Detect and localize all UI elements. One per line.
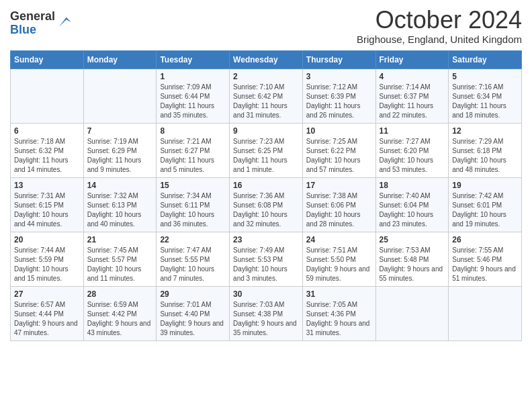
day-info: Sunrise: 7:16 AM Sunset: 6:34 PM Dayligh…	[452, 83, 518, 120]
day-info: Sunrise: 7:49 AM Sunset: 5:53 PM Dayligh…	[233, 246, 299, 283]
calendar-cell: 25Sunrise: 7:53 AM Sunset: 5:48 PM Dayli…	[375, 232, 449, 286]
calendar-week-row: 1Sunrise: 7:09 AM Sunset: 6:44 PM Daylig…	[11, 68, 522, 123]
day-number: 16	[233, 181, 299, 190]
day-info: Sunrise: 7:27 AM Sunset: 6:20 PM Dayligh…	[380, 137, 445, 175]
weekday-header: Friday	[375, 50, 449, 68]
calendar-cell: 20Sunrise: 7:44 AM Sunset: 5:59 PM Dayli…	[11, 232, 84, 286]
calendar-week-row: 6Sunrise: 7:18 AM Sunset: 6:32 PM Daylig…	[11, 123, 522, 177]
calendar-cell: 10Sunrise: 7:25 AM Sunset: 6:22 PM Dayli…	[302, 123, 375, 177]
day-info: Sunrise: 7:25 AM Sunset: 6:22 PM Dayligh…	[306, 137, 372, 175]
calendar-cell: 15Sunrise: 7:34 AM Sunset: 6:11 PM Dayli…	[157, 177, 230, 232]
day-info: Sunrise: 7:31 AM Sunset: 6:15 PM Dayligh…	[14, 191, 80, 229]
calendar-cell: 9Sunrise: 7:23 AM Sunset: 6:25 PM Daylig…	[230, 123, 303, 177]
day-number: 26	[452, 235, 518, 244]
calendar-cell: 19Sunrise: 7:42 AM Sunset: 6:01 PM Dayli…	[449, 177, 522, 232]
day-info: Sunrise: 7:09 AM Sunset: 6:44 PM Dayligh…	[160, 83, 226, 120]
weekday-header: Monday	[83, 50, 157, 68]
day-info: Sunrise: 7:51 AM Sunset: 5:50 PM Dayligh…	[306, 246, 372, 283]
day-number: 1	[160, 72, 226, 81]
day-number: 5	[452, 72, 518, 81]
logo-text: General Blue	[10, 10, 55, 37]
day-number: 19	[452, 181, 518, 190]
day-info: Sunrise: 7:47 AM Sunset: 5:55 PM Dayligh…	[160, 246, 226, 283]
day-info: Sunrise: 7:36 AM Sunset: 6:08 PM Dayligh…	[233, 191, 299, 229]
calendar-cell: 14Sunrise: 7:32 AM Sunset: 6:13 PM Dayli…	[83, 177, 157, 232]
day-info: Sunrise: 7:34 AM Sunset: 6:11 PM Dayligh…	[160, 191, 226, 229]
header-row: SundayMondayTuesdayWednesdayThursdayFrid…	[11, 50, 522, 68]
calendar-cell: 18Sunrise: 7:40 AM Sunset: 6:04 PM Dayli…	[375, 177, 449, 232]
calendar-cell: 2Sunrise: 7:10 AM Sunset: 6:42 PM Daylig…	[230, 68, 303, 123]
weekday-header: Sunday	[11, 50, 84, 68]
day-info: Sunrise: 7:19 AM Sunset: 6:29 PM Dayligh…	[87, 137, 153, 175]
day-number: 10	[306, 126, 372, 136]
page-header: General Blue October 2024 Brighouse, Eng…	[10, 7, 522, 45]
calendar-cell: 16Sunrise: 7:36 AM Sunset: 6:08 PM Dayli…	[230, 177, 303, 232]
day-number: 31	[306, 289, 372, 299]
day-info: Sunrise: 7:14 AM Sunset: 6:37 PM Dayligh…	[380, 83, 445, 120]
day-info: Sunrise: 7:05 AM Sunset: 4:36 PM Dayligh…	[306, 300, 372, 338]
logo-icon	[56, 15, 71, 30]
day-info: Sunrise: 7:18 AM Sunset: 6:32 PM Dayligh…	[14, 137, 80, 175]
day-number: 2	[233, 72, 299, 81]
title-block: October 2024 Brighouse, England, United …	[357, 7, 522, 45]
day-info: Sunrise: 7:29 AM Sunset: 6:18 PM Dayligh…	[452, 137, 518, 175]
day-info: Sunrise: 7:23 AM Sunset: 6:25 PM Dayligh…	[233, 137, 299, 175]
calendar-cell: 30Sunrise: 7:03 AM Sunset: 4:38 PM Dayli…	[230, 286, 303, 340]
day-info: Sunrise: 6:59 AM Sunset: 4:42 PM Dayligh…	[87, 300, 153, 338]
weekday-header: Thursday	[302, 50, 375, 68]
calendar-cell: 27Sunrise: 6:57 AM Sunset: 4:44 PM Dayli…	[11, 286, 84, 340]
day-number: 9	[233, 126, 299, 136]
calendar-week-row: 20Sunrise: 7:44 AM Sunset: 5:59 PM Dayli…	[11, 232, 522, 286]
day-number: 7	[87, 126, 153, 136]
svg-marker-0	[59, 17, 71, 27]
calendar-cell: 22Sunrise: 7:47 AM Sunset: 5:55 PM Dayli…	[157, 232, 230, 286]
calendar-cell: 5Sunrise: 7:16 AM Sunset: 6:34 PM Daylig…	[449, 68, 522, 123]
day-number: 13	[14, 181, 80, 190]
day-number: 23	[233, 235, 299, 244]
day-number: 15	[160, 181, 226, 190]
calendar-week-row: 27Sunrise: 6:57 AM Sunset: 4:44 PM Dayli…	[11, 286, 522, 340]
calendar-cell: 12Sunrise: 7:29 AM Sunset: 6:18 PM Dayli…	[449, 123, 522, 177]
calendar-cell: 13Sunrise: 7:31 AM Sunset: 6:15 PM Dayli…	[11, 177, 84, 232]
calendar-cell: 1Sunrise: 7:09 AM Sunset: 6:44 PM Daylig…	[157, 68, 230, 123]
weekday-header: Saturday	[449, 50, 522, 68]
calendar-cell	[11, 68, 84, 123]
calendar-week-row: 13Sunrise: 7:31 AM Sunset: 6:15 PM Dayli…	[11, 177, 522, 232]
calendar-cell: 7Sunrise: 7:19 AM Sunset: 6:29 PM Daylig…	[83, 123, 157, 177]
day-number: 21	[87, 235, 153, 244]
day-info: Sunrise: 7:10 AM Sunset: 6:42 PM Dayligh…	[233, 83, 299, 120]
calendar-cell: 11Sunrise: 7:27 AM Sunset: 6:20 PM Dayli…	[375, 123, 449, 177]
calendar-cell: 6Sunrise: 7:18 AM Sunset: 6:32 PM Daylig…	[11, 123, 84, 177]
calendar-table: SundayMondayTuesdayWednesdayThursdayFrid…	[10, 50, 522, 341]
day-info: Sunrise: 6:57 AM Sunset: 4:44 PM Dayligh…	[14, 300, 80, 338]
calendar-cell: 26Sunrise: 7:55 AM Sunset: 5:46 PM Dayli…	[449, 232, 522, 286]
day-number: 6	[14, 126, 80, 136]
calendar-cell: 24Sunrise: 7:51 AM Sunset: 5:50 PM Dayli…	[302, 232, 375, 286]
day-number: 30	[233, 289, 299, 299]
calendar-cell: 8Sunrise: 7:21 AM Sunset: 6:27 PM Daylig…	[157, 123, 230, 177]
location: Brighouse, England, United Kingdom	[357, 34, 522, 45]
day-number: 25	[380, 235, 445, 244]
day-info: Sunrise: 7:44 AM Sunset: 5:59 PM Dayligh…	[14, 246, 80, 283]
day-number: 8	[160, 126, 226, 136]
calendar-cell: 29Sunrise: 7:01 AM Sunset: 4:40 PM Dayli…	[157, 286, 230, 340]
day-info: Sunrise: 7:12 AM Sunset: 6:39 PM Dayligh…	[306, 83, 372, 120]
day-info: Sunrise: 7:38 AM Sunset: 6:06 PM Dayligh…	[306, 191, 372, 229]
day-number: 17	[306, 181, 372, 190]
day-info: Sunrise: 7:53 AM Sunset: 5:48 PM Dayligh…	[380, 246, 445, 283]
calendar-cell: 28Sunrise: 6:59 AM Sunset: 4:42 PM Dayli…	[83, 286, 157, 340]
calendar-cell	[83, 68, 157, 123]
day-info: Sunrise: 7:03 AM Sunset: 4:38 PM Dayligh…	[233, 300, 299, 338]
calendar-cell: 21Sunrise: 7:45 AM Sunset: 5:57 PM Dayli…	[83, 232, 157, 286]
weekday-header: Tuesday	[157, 50, 230, 68]
calendar-cell	[375, 286, 449, 340]
calendar-cell: 3Sunrise: 7:12 AM Sunset: 6:39 PM Daylig…	[302, 68, 375, 123]
day-info: Sunrise: 7:42 AM Sunset: 6:01 PM Dayligh…	[452, 191, 518, 229]
logo: General Blue	[10, 10, 71, 37]
calendar-cell: 23Sunrise: 7:49 AM Sunset: 5:53 PM Dayli…	[230, 232, 303, 286]
day-number: 4	[380, 72, 445, 81]
calendar-cell	[449, 286, 522, 340]
calendar-cell: 31Sunrise: 7:05 AM Sunset: 4:36 PM Dayli…	[302, 286, 375, 340]
day-number: 22	[160, 235, 226, 244]
calendar-cell: 17Sunrise: 7:38 AM Sunset: 6:06 PM Dayli…	[302, 177, 375, 232]
